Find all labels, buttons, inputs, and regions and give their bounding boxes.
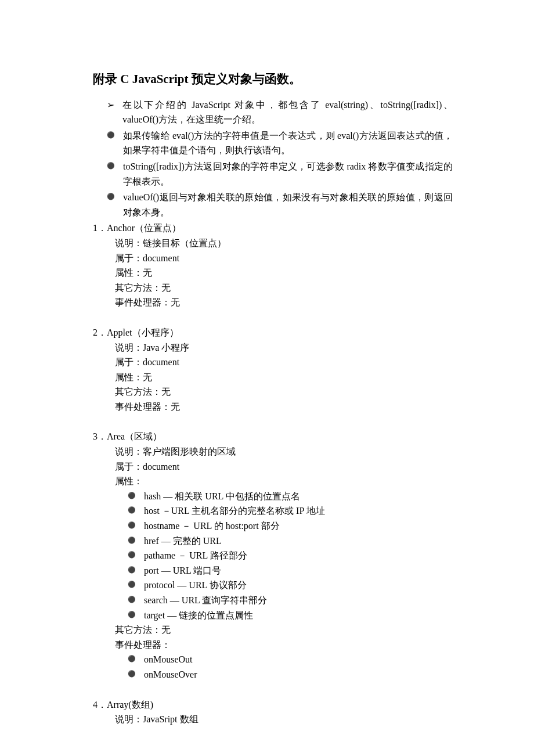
entry-line: 事件处理器：无 [93,295,453,310]
intro-text: valueOf()返回与对象相关联的原始值，如果没有与对象相关联的原始值，则返回… [123,190,453,219]
list-text: target — 链接的位置点属性 [144,608,253,623]
entry-line: 事件处理器： [93,638,453,653]
entry-number: 3． [93,431,107,441]
entry-line: 其它方法：无 [93,280,453,296]
entry-line: 其它方法：无 [93,384,453,399]
list-item: onMouseOver [115,667,453,682]
area-properties-list: hash — 相关联 URL 中包括的位置点名 host －URL 主机名部分的… [93,489,453,622]
list-item: hostname － URL 的 host:port 部分 [115,519,453,534]
entry-line: 说明：Java 小程序 [93,340,453,355]
list-item: search — URL 查询字符串部分 [115,593,453,608]
intro-item: 如果传输给 eval()方法的字符串值是一个表达式，则 eval()方法返回表达… [93,128,453,158]
entry-line: 属性：无 [93,265,453,280]
entry-header: 1．Anchor（位置点） [93,221,453,236]
entry-array: 4．Array(数组) 说明：JavaSript 数组 [93,697,453,727]
entry-name: Applet（小程序） [107,327,179,337]
entry-name: Area（区域） [107,431,162,441]
list-item: hash — 相关联 URL 中包括的位置点名 [115,489,453,504]
list-item: host －URL 主机名部分的完整名称或 IP 地址 [115,503,453,519]
list-text: protocol — URL 协议部分 [144,578,247,593]
entry-header: 2．Applet（小程序） [93,325,453,340]
entry-number: 1． [93,223,107,233]
entry-number: 2． [93,327,107,337]
entry-number: 4． [93,700,107,710]
entry-line: 属于：document [93,355,453,370]
intro-section: 在以下介绍的 JavaScript 对象中，都包含了 eval(string)、… [93,98,453,220]
list-text: onMouseOver [144,667,197,682]
entry-anchor: 1．Anchor（位置点） 说明：链接目标（位置点） 属于：document 属… [93,221,453,310]
entry-header: 4．Array(数组) [93,697,453,712]
list-text: hash — 相关联 URL 中包括的位置点名 [144,489,300,504]
list-item: onMouseOut [115,652,453,667]
list-text: onMouseOut [144,652,193,667]
entry-applet: 2．Applet（小程序） 说明：Java 小程序 属于：document 属性… [93,325,453,415]
list-item: href — 完整的 URL [115,534,453,549]
list-text: host －URL 主机名部分的完整名称或 IP 地址 [144,503,325,519]
intro-text: 如果传输给 eval()方法的字符串值是一个表达式，则 eval()方法返回表达… [123,128,453,158]
intro-text: 在以下介绍的 JavaScript 对象中，都包含了 eval(string)、… [122,98,453,127]
list-item: port — URL 端口号 [115,563,453,578]
list-item: target — 链接的位置点属性 [115,608,453,623]
entry-line: 属性：无 [93,370,453,385]
entry-area: 3．Area（区域） 说明：客户端图形映射的区域 属于：document 属性：… [93,429,453,682]
entry-line: 其它方法：无 [93,622,453,638]
entry-line: 事件处理器：无 [93,399,453,415]
entry-line: 属性： [93,474,453,489]
entry-line: 说明：JavaSript 数组 [93,712,453,727]
entry-name: Array(数组) [107,700,153,710]
list-item: protocol — URL 协议部分 [115,578,453,593]
intro-item: 在以下介绍的 JavaScript 对象中，都包含了 eval(string)、… [93,98,453,127]
intro-text: toString([radix])方法返回对象的字符串定义，可选参数 radix… [123,159,453,189]
list-text: href — 完整的 URL [144,534,222,549]
intro-item: toString([radix])方法返回对象的字符串定义，可选参数 radix… [93,159,453,189]
list-item: pathame － URL 路径部分 [115,548,453,563]
intro-item: valueOf()返回与对象相关联的原始值，如果没有与对象相关联的原始值，则返回… [93,190,453,219]
list-text: hostname － URL 的 host:port 部分 [144,519,280,534]
document-title: 附录 C JavaScript 预定义对象与函数。 [93,70,453,89]
area-events-list: onMouseOut onMouseOver [93,652,453,682]
list-text: pathame － URL 路径部分 [144,548,247,563]
entry-name: Anchor（位置点） [107,223,181,233]
entry-line: 属于：document [93,459,453,474]
list-text: port — URL 端口号 [144,563,221,578]
entry-line: 说明：链接目标（位置点） [93,236,453,251]
entry-line: 说明：客户端图形映射的区域 [93,444,453,459]
entry-line: 属于：document [93,251,453,266]
list-text: search — URL 查询字符串部分 [144,593,267,608]
entry-header: 3．Area（区域） [93,429,453,444]
